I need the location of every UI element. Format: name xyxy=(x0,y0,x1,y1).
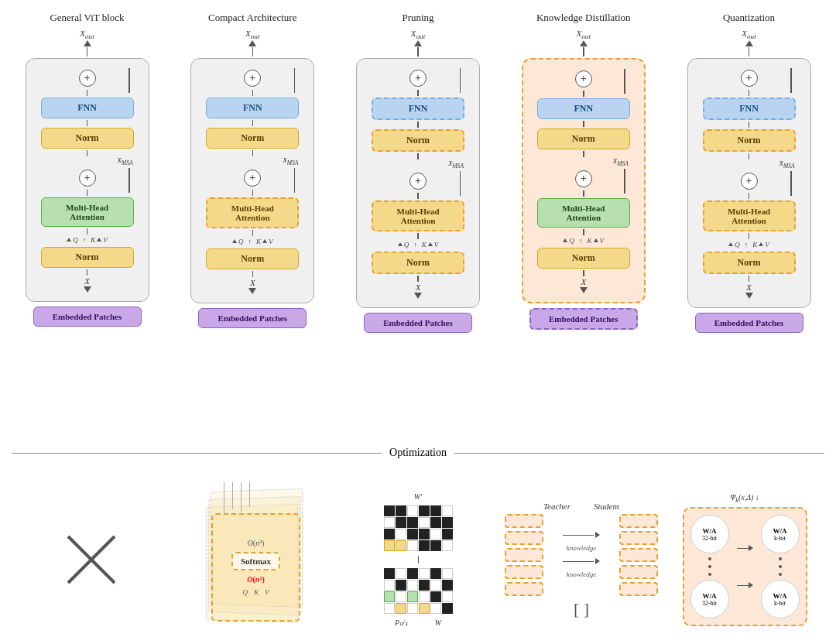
q-arrow-1 xyxy=(67,238,71,242)
xmsa-label-1: XMSA xyxy=(117,156,132,166)
norm-box-top-3: Norm xyxy=(372,129,464,152)
circle-kbit-bot: W/A k-bit xyxy=(761,580,800,618)
card-wrapper-3: Xout + FNN Norm xyxy=(356,29,480,333)
col-title-3: Pruning xyxy=(402,12,433,24)
mha-box-4: Multi-HeadAttention xyxy=(537,198,630,228)
psi-label: Ψk(x,Δ) ↓ xyxy=(730,493,759,504)
inner-3: + FNN Norm XMSA + M xyxy=(366,67,470,300)
plus-circle-top-5: + xyxy=(741,70,758,87)
qkv-row-5: Q ↑ K V xyxy=(728,241,769,248)
k-label-1: K xyxy=(91,236,95,244)
xmsa-label-5: XMSA xyxy=(779,159,794,170)
x-label-3: X xyxy=(416,283,421,292)
mha-box-3: Multi-HeadAttention xyxy=(372,200,464,231)
plus-circle-bot-3: + xyxy=(409,173,427,190)
al3 xyxy=(87,150,88,156)
arrow-line-1 xyxy=(87,47,88,57)
qkv-row-3: Q ↑ K V xyxy=(398,241,439,248)
al4 xyxy=(87,190,88,196)
norm-box-bot-4: Norm xyxy=(537,248,630,269)
qkv-row-1: Q ↑ K V xyxy=(67,236,108,244)
matrix-bottom xyxy=(384,568,453,614)
stacked-container: O(n²) Softmax O(n²) QKV xyxy=(200,482,309,637)
col-pruning: Pruning Xout + FNN xyxy=(343,12,494,333)
w-prime-label: W' xyxy=(414,492,422,501)
x-label-2: X xyxy=(250,278,255,287)
bottom-wrapper: Optimization O(n²) xyxy=(12,445,824,644)
mha-box-1: Multi-HeadAttention xyxy=(41,197,134,227)
x-label-5: X xyxy=(746,283,752,292)
x-label-4: X xyxy=(581,277,586,286)
student-col xyxy=(619,514,658,596)
plus-circle-top-1: + xyxy=(79,70,96,87)
norm-box-bot-3: Norm xyxy=(372,252,464,274)
embedded-box-4: Embedded Patches xyxy=(529,308,638,330)
arrow-up-2 xyxy=(248,40,256,46)
col-compact: Compact Architecture Xout + FNN xyxy=(177,12,328,328)
plus-circle-top-4: + xyxy=(575,70,592,87)
xout-label-4: Xout xyxy=(577,29,591,40)
qkv-bottom: QKV xyxy=(242,588,269,596)
embedded-box-5: Embedded Patches xyxy=(695,313,803,333)
x-label-1: X xyxy=(84,276,90,286)
xout-label-2: Xout xyxy=(245,29,259,40)
xmsa-label-3: XMSA xyxy=(448,159,464,170)
arrow-up-1 xyxy=(84,40,91,46)
kd-content: Teacher Student xyxy=(502,502,661,618)
on2-bot-label: O(n²) xyxy=(247,575,264,584)
norm-box-top-5: Norm xyxy=(703,129,796,152)
mha-box-5: Multi-HeadAttention xyxy=(703,200,796,231)
al1 xyxy=(87,90,88,96)
card-wrapper-2: Xout + FNN Norm XMS xyxy=(190,29,314,328)
col-32bit: W/A 32-bit W/A 32-bit xyxy=(690,515,729,618)
norm-box-bot-5: Norm xyxy=(703,252,796,274)
softmax-box: Softmax xyxy=(231,552,280,570)
teacher-col xyxy=(505,514,543,596)
al-2 xyxy=(252,47,254,57)
kd-arrows: knowledge knowledge xyxy=(563,532,600,578)
plus-circle-bot-5: + xyxy=(741,173,758,190)
out-arrow-2: Xout xyxy=(245,29,259,57)
al5 xyxy=(87,228,88,235)
xmsa-label-2: XMSA xyxy=(283,156,298,166)
pruning-content: W' xyxy=(384,492,453,627)
inner-2: + FNN Norm XMSA + M xyxy=(200,67,304,295)
embedded-box-1: Embedded Patches xyxy=(33,307,142,327)
knowledge-label-1: knowledge xyxy=(567,544,597,552)
inner-5: + FNN Norm XMSA + Multi-HeadAtte xyxy=(697,67,801,300)
col-general-vit: General ViT block Xout + xyxy=(12,12,163,327)
circle-kbit-top: W/A k-bit xyxy=(761,515,800,553)
plus-circle-top-3: + xyxy=(409,70,427,87)
xout-label-1: Xout xyxy=(80,29,94,40)
vit-card-1: + FNN Norm XMSA + xyxy=(26,58,149,302)
fnn-box-1: FNN xyxy=(41,98,134,118)
quant-content: Ψk(x,Δ) ↓ W/A 32-bit W/A xyxy=(683,493,807,626)
plus-circle-bot-2: + xyxy=(244,170,261,187)
al6 xyxy=(87,269,88,276)
main-container: General ViT block Xout + xyxy=(0,0,836,644)
bottom-panels: O(n²) Softmax O(n²) QKV xyxy=(12,461,824,644)
optimization-title: Optimization xyxy=(382,447,454,459)
inner-1: + FNN Norm XMSA + xyxy=(36,67,139,293)
embedded-box-3: Embedded Patches xyxy=(364,313,472,333)
panel-quant: Ψk(x,Δ) ↓ W/A 32-bit W/A xyxy=(665,467,824,644)
norm-box-top-1: Norm xyxy=(41,128,134,149)
circle-32bit-bot: W/A 32-bit xyxy=(690,580,729,618)
card-wrapper-5: Xout + FNN Norm XMS xyxy=(687,29,811,333)
col-title-5: Quantization xyxy=(723,12,775,24)
embedded-box-2: Embedded Patches xyxy=(198,308,307,328)
panel-pruning: W' xyxy=(338,467,498,644)
col-title-2: Compact Architecture xyxy=(208,12,296,24)
col-quant: Quantization Xout + FNN xyxy=(673,12,824,333)
mha-box-2: Multi-HeadAttention xyxy=(206,197,299,228)
col-kd: Knowledge Distillation Xout + FNN xyxy=(508,12,659,330)
col-title-1: General ViT block xyxy=(50,12,124,24)
vit-card-2: + FNN Norm XMSA + M xyxy=(190,58,314,303)
panel-kd: Teacher Student xyxy=(502,467,661,644)
q-label-1: Q xyxy=(73,236,78,244)
teacher-label: Teacher xyxy=(543,502,570,511)
out-arrow-5: Xout xyxy=(742,29,755,57)
fnn-box-5: FNN xyxy=(703,98,796,120)
plus-circle-bot-1: + xyxy=(79,170,96,187)
knowledge-label-2: knowledge xyxy=(567,570,597,578)
